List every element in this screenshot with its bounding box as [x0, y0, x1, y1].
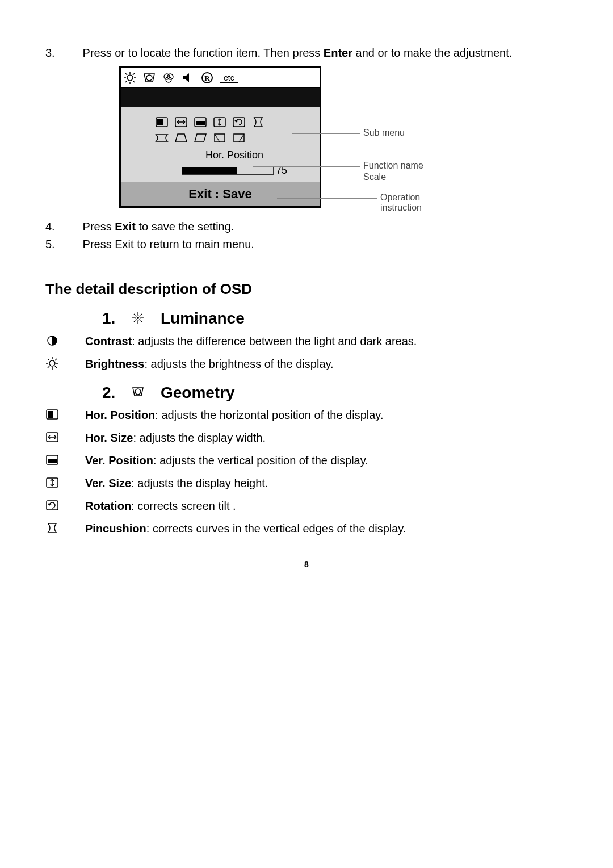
section-1-num: 1. — [102, 309, 115, 327]
sub-vsize-icon — [213, 115, 228, 128]
item-vsize: Ver. Size: adjusts the display height. — [45, 475, 568, 492]
callout-op1: Operation — [380, 192, 420, 203]
callout-submenu: Sub menu — [363, 128, 405, 138]
section-2-num: 2. — [102, 384, 115, 401]
hsize-desc: : adjusts the display width. — [133, 431, 265, 444]
osd-panel: etc Hor. Position 75 — [119, 66, 321, 208]
item-brightness: Brightness: adjusts the brightness of th… — [45, 355, 568, 372]
brightness-icon — [45, 355, 85, 370]
scale-bar — [182, 167, 274, 175]
item-contrast: Contrast: adjusts the difference between… — [45, 333, 568, 350]
sub-vpos-icon — [194, 115, 208, 128]
sub-trap1-icon — [155, 131, 170, 144]
submenu-row-2 — [155, 131, 314, 144]
hpos-icon — [45, 406, 85, 420]
pincushion-icon — [45, 520, 85, 534]
step-3-num: 3. — [45, 45, 79, 61]
tab-geometry-icon — [142, 71, 156, 85]
osd-body: Hor. Position 75 — [121, 107, 320, 182]
section-1-title: Luminance — [161, 309, 245, 327]
step-5: 5. Press Exit to return to main menu. — [45, 237, 568, 252]
step-5-num: 5. — [45, 237, 79, 252]
sub-trap3-icon — [213, 131, 228, 144]
sub-hpos-icon — [155, 115, 170, 128]
item-pincushion: Pincushion: corrects curves in the verti… — [45, 520, 568, 537]
brightness-label: Brightness — [85, 358, 144, 370]
vpos-icon — [45, 452, 85, 466]
pincushion-desc: : corrects curves in the vertical edges … — [146, 522, 406, 535]
detail-header: The detail description of OSD — [45, 280, 568, 298]
contrast-icon — [45, 333, 85, 347]
section-2-head: 2. Geometry — [102, 384, 568, 402]
osd-top-tabs: etc — [121, 68, 320, 88]
sub-hsize-icon — [174, 115, 189, 128]
sub-trap4-icon — [232, 131, 247, 144]
item-vpos: Ver. Position: adjusts the vertical posi… — [45, 452, 568, 469]
sub-pincushion-icon — [251, 115, 266, 128]
pincushion-label: Pincushion — [85, 522, 146, 535]
page-number: 8 — [45, 560, 568, 569]
step-4-text-a: Press — [83, 220, 115, 233]
osd-figure: etc Hor. Position 75 — [119, 66, 482, 208]
contrast-desc: : adjusts the difference between the lig… — [132, 335, 417, 347]
step-4-text-b: to save the setting. — [136, 220, 234, 233]
item-hpos: Hor. Position: adjusts the horizontal po… — [45, 406, 568, 423]
hpos-label: Hor. Position — [85, 409, 155, 421]
sub-trap2-icon — [174, 131, 189, 144]
exit-save-label: Exit : Save — [121, 182, 320, 206]
item-hsize: Hor. Size: adjusts the display width. — [45, 429, 568, 446]
luminance-icon — [131, 311, 148, 328]
vsize-desc: : adjusts the display height. — [131, 477, 268, 489]
item-rotation: Rotation: corrects screen tilt . — [45, 497, 568, 514]
vpos-desc: : adjusts the vertical position of the d… — [153, 454, 368, 467]
section-2-title: Geometry — [161, 384, 235, 401]
vsize-icon — [45, 475, 85, 488]
rotation-icon — [45, 497, 85, 511]
sub-rotate-icon — [232, 115, 247, 128]
step-4: 4. Press Exit to save the setting. — [45, 219, 568, 234]
step-3-text-b: and or to make the adjustment. — [352, 47, 512, 59]
brightness-desc: : adjusts the brightness of the display. — [144, 358, 333, 370]
step-5-text: Press Exit to return to main menu. — [83, 237, 554, 252]
sub-par-icon — [194, 131, 208, 144]
callout-fnname: Function name — [363, 161, 423, 171]
hsize-icon — [45, 429, 85, 443]
tab-etc: etc — [220, 73, 238, 83]
tab-color-icon — [162, 71, 175, 85]
section-1-head: 1. Luminance — [102, 309, 568, 328]
step-4-num: 4. — [45, 219, 79, 234]
tab-speaker-icon — [181, 71, 195, 85]
step-4-exit: Exit — [115, 220, 136, 233]
callout-op2: instruction — [380, 203, 422, 213]
rotation-label: Rotation — [85, 500, 131, 512]
function-name-label: Hor. Position — [155, 149, 314, 161]
vpos-label: Ver. Position — [85, 454, 153, 467]
submenu-row-1 — [155, 115, 314, 128]
rotation-desc: : corrects screen tilt . — [131, 500, 236, 512]
tab-brightness-icon — [123, 71, 137, 85]
osd-dark-strip — [121, 88, 320, 107]
step-3: 3. Press or to locate the function item.… — [45, 45, 568, 61]
hsize-label: Hor. Size — [85, 431, 133, 444]
step-3-text-a: Press or to locate the function item. Th… — [83, 47, 324, 59]
hpos-desc: : adjusts the horizontal position of the… — [155, 409, 383, 421]
callout-scale: Scale — [363, 172, 386, 182]
contrast-label: Contrast — [85, 335, 132, 347]
tab-recall-icon — [200, 71, 214, 85]
vsize-label: Ver. Size — [85, 477, 131, 489]
step-3-enter: Enter — [324, 47, 352, 59]
geometry-icon — [131, 385, 148, 402]
